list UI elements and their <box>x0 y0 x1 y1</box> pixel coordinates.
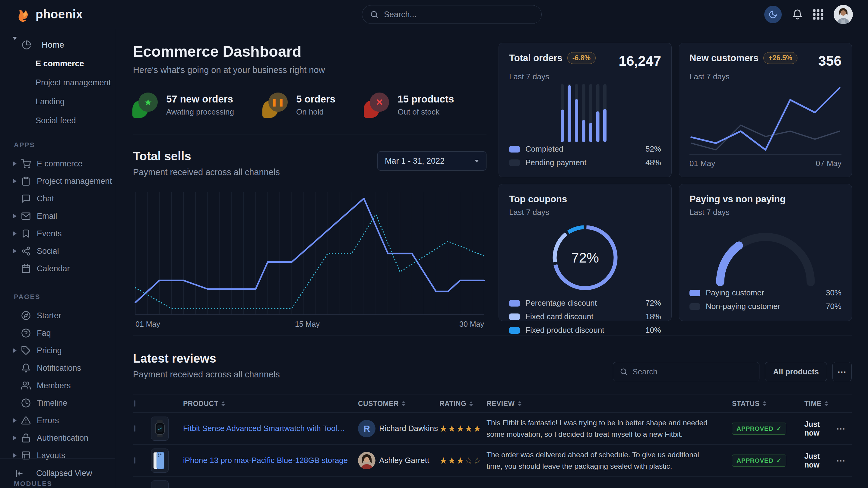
sidebar-item-project-management[interactable]: Project management <box>0 172 115 190</box>
all-products-button[interactable]: All products <box>765 362 827 381</box>
brand-logo[interactable]: phoenix <box>16 7 83 22</box>
notifications-button[interactable] <box>792 9 803 20</box>
stat-out-of-stock: ✕ 15 products Out of stock <box>364 93 454 117</box>
stat-sub: Out of stock <box>398 107 454 117</box>
sidebar-item-pricing[interactable]: Pricing <box>0 342 115 359</box>
user-avatar[interactable] <box>834 5 853 24</box>
row-checkbox[interactable] <box>134 457 135 464</box>
sidebar-item-members[interactable]: Members <box>0 377 115 394</box>
sidebar-item-faq[interactable]: Faq <box>0 324 115 342</box>
sidebar-item-events[interactable]: Events <box>0 225 115 242</box>
pie-chart-icon <box>22 40 32 50</box>
caret-right-icon <box>13 231 21 236</box>
sidebar-item-label: Pricing <box>37 346 62 355</box>
column-review[interactable]: REVIEW <box>487 400 732 408</box>
product-thumbnail[interactable] <box>151 481 168 488</box>
apps-menu-button[interactable] <box>813 9 824 20</box>
bell-icon <box>21 363 31 373</box>
column-status[interactable]: STATUS <box>732 400 804 408</box>
sidebar-item-label: Errors <box>37 416 59 425</box>
sidebar-item-ecommerce[interactable]: E commerce <box>0 155 115 172</box>
global-search[interactable] <box>362 5 542 24</box>
sort-icon <box>825 401 828 406</box>
legend-completed: Completed 52% <box>509 144 661 154</box>
legend-fixed-card-discount: Fixed card discount 18% <box>509 312 661 321</box>
legend-nonpaying-customer: Non-paying customer 70% <box>689 302 841 311</box>
card-period: Last 7 days <box>689 208 841 217</box>
legend-swatch <box>689 303 700 310</box>
table-row: iPhone 13 pro max-Pacific Blue-128GB sto… <box>133 445 852 477</box>
check-icon: ✓ <box>776 457 782 464</box>
sidebar-item-home-ecommerce[interactable]: E commerce <box>36 59 115 68</box>
caret-right-icon <box>13 214 21 218</box>
column-time[interactable]: TIME <box>804 400 836 408</box>
product-link[interactable]: Fitbit Sense Advanced Smartwatch with To… <box>183 424 358 433</box>
select-all-checkbox[interactable] <box>134 400 135 406</box>
rating-stars: ★★★★★ <box>439 423 487 434</box>
sidebar-item-label: Social <box>37 247 59 256</box>
sidebar-item-starter[interactable]: Starter <box>0 307 115 324</box>
dark-mode-toggle[interactable] <box>764 6 782 23</box>
search-icon <box>620 368 628 376</box>
sidebar-item-home-project-management[interactable]: Project management <box>36 78 115 88</box>
column-customer[interactable]: CUSTOMER <box>358 400 439 408</box>
sidebar-item-email[interactable]: Email <box>0 207 115 225</box>
sidebar-item-home-social-feed[interactable]: Social feed <box>36 116 115 125</box>
customer-name: Richard Dawkins <box>379 424 439 433</box>
collapse-sidebar-button[interactable]: Collapsed View <box>0 458 115 488</box>
top-navbar: phoenix <box>0 0 868 29</box>
caret-right-icon <box>13 162 21 166</box>
row-more-button[interactable]: ⋯ <box>836 455 852 466</box>
row-checkbox[interactable] <box>134 425 135 432</box>
product-thumbnail-iphone[interactable] <box>151 449 168 473</box>
sidebar-item-calendar[interactable]: Calendar <box>0 260 115 277</box>
product-link[interactable]: iPhone 13 pro max-Pacific Blue-128GB sto… <box>183 456 358 465</box>
alert-triangle-icon <box>21 415 31 426</box>
bookmark-icon <box>21 228 31 239</box>
row-more-button[interactable]: ⋯ <box>836 423 852 434</box>
customer-avatar-letter[interactable]: R <box>358 420 375 437</box>
sidebar-item-home-landing[interactable]: Landing <box>36 97 115 106</box>
caret-right-icon <box>13 453 21 458</box>
legend-swatch <box>509 159 520 166</box>
share-icon <box>21 246 31 256</box>
sidebar-item-label: Notifications <box>37 363 81 373</box>
orders-bar-chart <box>559 84 611 142</box>
date-range-select[interactable]: Mar 1 - 31, 2022 <box>377 151 487 171</box>
sidebar-item-timeline[interactable]: Timeline <box>0 394 115 412</box>
customer-avatar-photo[interactable] <box>358 452 375 469</box>
paying-vs-nonpaying-card: Paying vs non paying Last 7 days Paying … <box>679 184 852 321</box>
card-period: Last 7 days <box>689 72 841 82</box>
latest-reviews-title: Latest reviews <box>133 352 280 365</box>
stat-value: 5 orders <box>296 93 335 105</box>
sidebar-item-authentication[interactable]: Authentication <box>0 429 115 447</box>
svg-text:15 May: 15 May <box>295 320 320 328</box>
caret-right-icon <box>13 249 21 253</box>
sidebar-item-notifications[interactable]: Notifications <box>0 359 115 377</box>
stat-value: 15 products <box>398 93 454 105</box>
sidebar-item-social[interactable]: Social <box>0 242 115 260</box>
caret-down-icon <box>13 40 17 50</box>
caret-right-icon <box>13 418 21 423</box>
page-subtitle: Here's what's going on at your business … <box>133 65 487 75</box>
sidebar-item-label: Chat <box>37 194 54 203</box>
column-rating[interactable]: RATING <box>439 400 487 408</box>
search-input[interactable] <box>383 10 533 20</box>
sort-icon <box>469 401 473 406</box>
sidebar-item-chat[interactable]: Chat <box>0 190 115 207</box>
caret-right-icon <box>13 179 21 183</box>
customer-name: Ashley Garrett <box>379 456 439 465</box>
sidebar-item-home[interactable]: Home <box>0 40 115 50</box>
sidebar-item-errors[interactable]: Errors <box>0 412 115 429</box>
reviews-search-input[interactable] <box>632 367 752 377</box>
product-thumbnail-smartwatch[interactable] <box>151 417 168 441</box>
users-icon <box>21 380 31 391</box>
clock-icon <box>21 398 31 408</box>
sort-icon <box>518 401 522 406</box>
envelope-icon <box>21 211 31 221</box>
column-product[interactable]: PRODUCT <box>183 400 358 408</box>
check-icon: ✓ <box>776 425 782 432</box>
review-text: This Fitbit is fantastic! I was trying t… <box>487 417 732 440</box>
reviews-more-button[interactable]: ⋯ <box>832 362 852 381</box>
reviews-search[interactable] <box>613 362 760 381</box>
